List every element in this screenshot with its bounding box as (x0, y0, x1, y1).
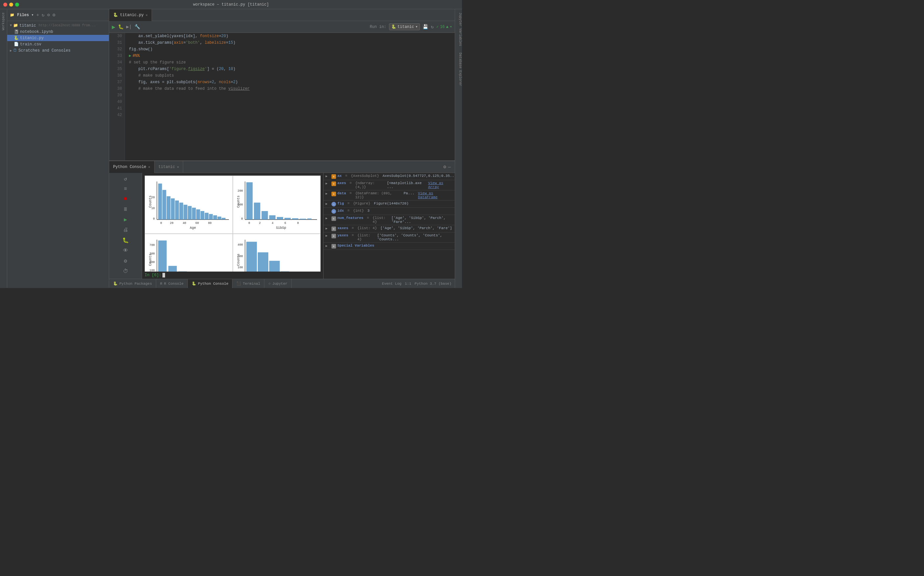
chevron-up-icon[interactable]: ▲ (446, 25, 448, 29)
app-bottom-tabs: 🐍 Python Packages R R Console 🐍 Python C… (109, 279, 455, 288)
app-tab-r-console[interactable]: R R Console (156, 279, 188, 288)
expand-arrow-special[interactable]: ▶ (325, 244, 330, 248)
window-title: workspace – titanic.py [titanic] (193, 2, 269, 7)
console-toolbar: ↺ ≡ ■ ≣ ▶ 🖨 🐛 👁 ⚙ ⏱ + (109, 173, 142, 279)
svg-rect-25 (217, 217, 221, 219)
file-panel-header: 📁 Files ▾ + ↻ ⊖ ⚙ (7, 9, 109, 21)
var-name-special: Special Variables (337, 243, 374, 248)
run-cell-button[interactable]: ▶| (126, 24, 132, 30)
var-type-yaxes: {list: 4} (357, 234, 376, 241)
code-line-37: plt.rcParams['figure.figsize'] = (20, 10… (129, 66, 455, 72)
svg-text:60: 60 (195, 221, 199, 225)
run-in-selector[interactable]: 🐍 titanic ▾ (389, 23, 420, 30)
timer-button[interactable]: ⏱ (123, 268, 128, 275)
svg-rect-12 (162, 190, 167, 219)
expand-arrow-data[interactable]: ▶ (325, 192, 330, 195)
file-item-scratches[interactable]: ▶ 🗒 Scratches and Consoles (7, 47, 109, 54)
svg-text:Counts: Counts (148, 254, 152, 266)
svg-text:2: 2 (259, 221, 260, 225)
minimize-panel-icon[interactable]: — (448, 165, 451, 170)
right-sidebar: Jupyter Variables Database Explorer (455, 9, 462, 288)
save-icon[interactable]: 💾 (423, 24, 428, 30)
settings-icon[interactable]: ⚙ (443, 164, 446, 170)
var-row-fig[interactable]: ▶ ○ fig = {Figure} Figure(1440x720) (323, 200, 455, 208)
file-item-titanic-folder[interactable]: ▼ 📁 titanic http://localhost:8888 from..… (7, 22, 109, 29)
svg-rect-40 (254, 203, 260, 219)
window-controls[interactable] (3, 3, 19, 6)
tab-bar: 🐍 titanic.py ✕ (109, 9, 455, 21)
var-row-yaxes[interactable]: ▶ ≡ yaxes = {list: 4} ['Counts', 'Counts… (323, 232, 455, 243)
var-row-special[interactable]: ▶ ≡ Special Variables (323, 243, 455, 250)
var-row-idx[interactable]: ▶ ○ idx = {int} 3 (323, 208, 455, 215)
var-value-idx: 3 (367, 209, 370, 213)
console-input-area[interactable]: In [6]: (142, 272, 323, 279)
var-row-ax[interactable]: ▶ ≡ ax = {AxesSubplot} AxesSubplot(0.547… (323, 173, 455, 180)
stop-button[interactable]: ■ (124, 196, 127, 202)
var-row-axes[interactable]: ▶ ≡ axes = {ndarray: (4,)} [<matplotlib.… (323, 180, 455, 190)
code-editor[interactable]: 30 31 32 33 34 35 36 37 38 39 40 41 42 a… (109, 33, 455, 160)
list-button[interactable]: ≣ (124, 206, 127, 213)
svg-rect-47 (307, 218, 311, 219)
expand-arrow-num-features[interactable]: ▶ (325, 216, 330, 220)
var-name-idx: idx (337, 209, 344, 213)
run-console-button[interactable]: ▶ (124, 216, 127, 223)
terminal-label: Terminal (243, 282, 260, 286)
file-item-train-csv[interactable]: 📄 train.csv (7, 41, 109, 47)
file-item-titanic-py[interactable]: 🐍 titanic.py (7, 35, 109, 41)
settings-icon[interactable]: ⚙ (53, 12, 55, 18)
svg-rect-22 (205, 213, 209, 219)
code-content[interactable]: ax.set_ylabel(yaxes[idx], fontsize=20) a… (125, 33, 455, 160)
titanic-tab-close[interactable]: ✕ (177, 165, 179, 169)
bottom-tab-titanic[interactable]: titanic ✕ (155, 161, 183, 173)
collapse-icon[interactable]: ⊖ (47, 12, 50, 18)
app-tab-python-console[interactable]: 🐍 Python Console (188, 279, 232, 288)
run-button[interactable]: ▶ (112, 23, 115, 30)
var-type-idx: {int} (353, 209, 366, 213)
jupyter-variables-label[interactable]: Jupyter Variables (455, 13, 462, 46)
var-row-xaxes[interactable]: ▶ ≡ xaxes = {list: 4} ['Age', 'SibSp', '… (323, 225, 455, 232)
app-tab-python-packages[interactable]: 🐍 Python Packages (109, 279, 156, 288)
svg-rect-24 (213, 215, 217, 219)
expand-arrow-yaxes[interactable]: ▶ (325, 234, 330, 238)
format-button[interactable]: ≡ (124, 186, 127, 192)
chevron-down-icon[interactable]: ▾ (450, 24, 452, 29)
var-type-xaxes: {list: 4} (357, 226, 379, 230)
var-row-num-features[interactable]: ▶ ≡ num_features = {list: 4} ['Age', 'Si… (323, 215, 455, 225)
var-row-data[interactable]: ▶ ≡ data = {DataFrame: (891, 12)} Pa... … (323, 190, 455, 200)
gear-console-button[interactable]: ⚙ (124, 258, 127, 264)
expand-arrow-axes[interactable]: ▶ (325, 181, 330, 186)
var-value-num-features: ['Age', 'SibSp', 'Parch', 'Fare'... (391, 216, 453, 224)
debug-console-button[interactable]: 🐛 (122, 237, 129, 243)
file-item-notebook[interactable]: 📓 notebook.ipynb (7, 29, 109, 35)
refresh-icon[interactable]: ↻ (42, 12, 45, 18)
print-button[interactable]: 🖨 (123, 227, 128, 233)
var-link-data[interactable]: View as DataFrame (418, 191, 453, 199)
svg-text:0: 0 (241, 217, 243, 221)
database-explorer-label[interactable]: Database Explorer (455, 53, 462, 86)
maximize-button[interactable] (15, 3, 19, 6)
expand-arrow-fig[interactable]: ▶ (325, 202, 330, 206)
var-link-axes[interactable]: View as Array (428, 181, 453, 189)
debug-button[interactable]: 🐛 (118, 24, 123, 30)
tab-close-button[interactable]: ✕ (146, 13, 147, 17)
expand-arrow-ax[interactable]: ▶ (325, 174, 330, 178)
refresh-run-icon[interactable]: ↻ (431, 24, 433, 30)
svg-rect-23 (209, 214, 213, 219)
app-tab-terminal[interactable]: ⬛ Terminal (232, 279, 264, 288)
run-in-value: titanic (397, 25, 414, 29)
python-console-tab-close[interactable]: ✕ (148, 165, 150, 169)
bottom-tab-python-console[interactable]: Python Console ✕ (109, 161, 155, 173)
close-button[interactable] (3, 3, 7, 6)
svg-text:100: 100 (237, 203, 243, 206)
restart-console-button[interactable]: ↺ (124, 176, 127, 182)
app-tab-jupyter[interactable]: ○ Jupyter (264, 279, 291, 288)
expand-arrow-xaxes[interactable]: ▶ (325, 227, 330, 230)
minimize-button[interactable] (9, 3, 13, 6)
event-log-button[interactable]: Event Log (382, 282, 402, 286)
tab-titanic-py[interactable]: 🐍 titanic.py ✕ (109, 9, 152, 21)
svg-text:100: 100 (150, 269, 155, 272)
wrench-button[interactable]: 🔧 (135, 24, 140, 30)
eye-button[interactable]: 👁 (123, 248, 128, 254)
add-folder-icon[interactable]: + (36, 13, 39, 18)
chart-fare-svg: Counts 0 100 200 400 0 100 200 300 (234, 235, 319, 272)
